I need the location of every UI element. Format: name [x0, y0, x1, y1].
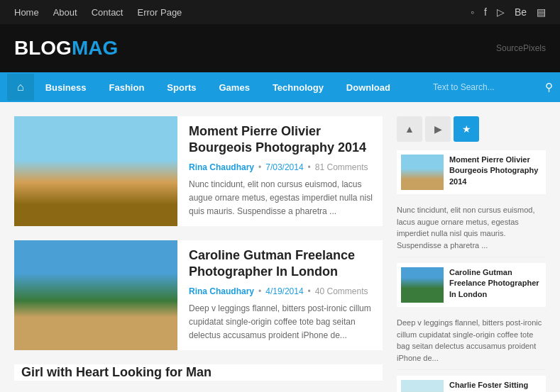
- sidebar-post-title-2[interactable]: Caroline Gutman Freelance Photographer I…: [449, 267, 542, 300]
- article-title-1[interactable]: Moment Pierre Olivier Bourgeois Photogra…: [189, 123, 375, 157]
- sidebar-thumb-2: [401, 267, 444, 303]
- nav-sports[interactable]: Sports: [155, 74, 207, 101]
- sidebar-tabs: ▲ ▶ ★: [397, 116, 546, 142]
- search-input[interactable]: [433, 82, 539, 92]
- nav-technology[interactable]: Technology: [261, 74, 335, 101]
- sidebar-post-content-1: Moment Pierre Olivier Bourgeois Photogra…: [449, 155, 542, 190]
- article-card-2: Caroline Gutman Freelance Photographer I…: [14, 240, 383, 350]
- article-author-1: Rina Chaudhary: [189, 162, 254, 172]
- sidebar-excerpt-2: Deep v leggings flannel, bitters post-ir…: [397, 317, 546, 364]
- main-nav-links: Business Fashion Sports Games Technology…: [34, 74, 433, 101]
- article-title-3[interactable]: Girl with Heart Looking for Man: [14, 364, 383, 381]
- nav-about[interactable]: About: [53, 7, 77, 18]
- top-nav-icons: ◦ f ▷ Be ▤: [471, 6, 546, 18]
- article-card-3: Girl with Heart Looking for Man: [14, 364, 383, 381]
- sidebar-divider-1: [397, 257, 546, 257]
- sidebar-divider-2: [397, 369, 546, 370]
- sidebar-tab-tag[interactable]: ▲: [397, 116, 422, 142]
- article-meta-1: Rina Chaudhary • 7/03/2014 • 81 Comments: [189, 162, 375, 172]
- article-image-2: [14, 240, 177, 350]
- article-thumb-2: [14, 240, 177, 350]
- logo-mag: MAG: [72, 37, 118, 59]
- nav-home[interactable]: Home: [14, 7, 39, 18]
- sidebar-post-3: Charlie Foster Sitting With Her Girlfrie…: [397, 376, 546, 392]
- nav-contact[interactable]: Contact: [92, 7, 123, 18]
- search-icon[interactable]: ⚲: [545, 81, 553, 94]
- main-column: Moment Pierre Olivier Bourgeois Photogra…: [14, 116, 383, 392]
- header: BLOGMAG SourcePixels: [0, 24, 560, 72]
- camera-icon[interactable]: ▤: [537, 6, 546, 18]
- logo-blog: BLOG: [14, 37, 72, 59]
- sidebar-post-1: Moment Pierre Olivier Bourgeois Photogra…: [397, 150, 546, 194]
- sidebar-tab-star[interactable]: ★: [454, 116, 479, 142]
- nav-download[interactable]: Download: [335, 74, 402, 101]
- source-label: SourcePixels: [496, 43, 546, 53]
- sidebar: ▲ ▶ ★ Moment Pierre Olivier Bourgeois Ph…: [397, 116, 546, 392]
- nav-business[interactable]: Business: [34, 74, 98, 101]
- article-title-2[interactable]: Caroline Gutman Freelance Photographer I…: [189, 247, 375, 281]
- behance-icon[interactable]: Be: [515, 6, 527, 18]
- nav-search: ⚲: [433, 81, 553, 94]
- sidebar-thumb-1: [401, 155, 444, 190]
- nav-games[interactable]: Games: [208, 74, 261, 101]
- top-nav: Home About Contact Error Page ◦ f ▷ Be ▤: [0, 0, 560, 24]
- logo: BLOGMAG: [14, 37, 118, 60]
- article-image-1: [14, 116, 177, 226]
- sidebar-image-2: [401, 267, 444, 303]
- sidebar-image-3: [401, 380, 444, 392]
- main-nav: ⌂ Business Fashion Sports Games Technolo…: [0, 72, 560, 102]
- sidebar-excerpt-1: Nunc tincidunt, elit non cursus euismod,…: [397, 204, 546, 251]
- article-content-2: Caroline Gutman Freelance Photographer I…: [189, 240, 383, 350]
- content-area: Moment Pierre Olivier Bourgeois Photogra…: [0, 102, 560, 392]
- article-thumb-1: [14, 116, 177, 226]
- article-comments-1: 81 Comments: [315, 162, 368, 172]
- article-author-2: Rina Chaudhary: [189, 286, 254, 296]
- facebook-icon[interactable]: f: [484, 6, 487, 18]
- article-meta-2: Rina Chaudhary • 4/19/2014 • 40 Comments: [189, 286, 375, 296]
- article-excerpt-2: Deep v leggings flannel, bitters post-ir…: [189, 302, 375, 343]
- sidebar-post-2: Caroline Gutman Freelance Photographer I…: [397, 263, 546, 307]
- article-date-1: 7/03/2014: [265, 162, 303, 172]
- sidebar-thumb-3: [401, 380, 444, 392]
- sidebar-tab-video[interactable]: ▶: [425, 116, 451, 142]
- pinterest-icon[interactable]: ▷: [497, 6, 505, 18]
- sidebar-post-content-3: Charlie Foster Sitting With Her Girlfrie…: [449, 380, 542, 392]
- sidebar-post-title-3[interactable]: Charlie Foster Sitting With Her Girlfrie…: [449, 380, 542, 392]
- sidebar-post-content-2: Caroline Gutman Freelance Photographer I…: [449, 267, 542, 303]
- sidebar-image-1: [401, 155, 444, 190]
- article-date-2: 4/19/2014: [265, 286, 303, 296]
- top-nav-links: Home About Contact Error Page: [14, 7, 182, 18]
- sidebar-post-title-1[interactable]: Moment Pierre Olivier Bourgeois Photogra…: [449, 155, 542, 187]
- article-comments-2: 40 Comments: [315, 286, 368, 296]
- nav-fashion[interactable]: Fashion: [97, 74, 155, 101]
- article-excerpt-1: Nunc tincidunt, elit non cursus euismod,…: [189, 178, 375, 219]
- globe-icon[interactable]: ◦: [471, 6, 474, 18]
- nav-error-page[interactable]: Error Page: [137, 7, 182, 18]
- article-card: Moment Pierre Olivier Bourgeois Photogra…: [14, 116, 383, 226]
- home-nav-icon[interactable]: ⌂: [7, 74, 34, 101]
- article-content-1: Moment Pierre Olivier Bourgeois Photogra…: [189, 116, 383, 226]
